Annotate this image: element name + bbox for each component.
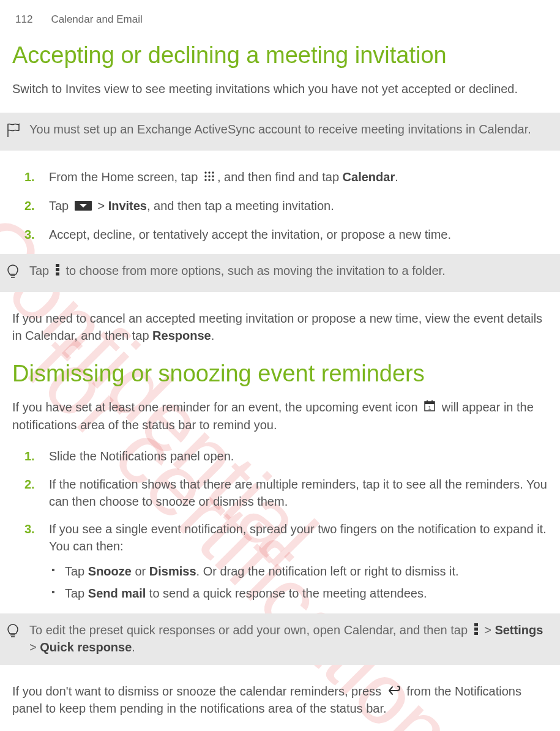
step1-text-d: . [395, 170, 398, 184]
svg-rect-15 [427, 400, 428, 403]
b1-dismiss: Dismiss [149, 564, 196, 578]
dropdown-arrow-icon [75, 198, 92, 216]
step-number: 3. [24, 227, 35, 244]
section1-title: Accepting or declining a meeting invitat… [12, 42, 548, 69]
section2-closing: If you don't want to dismiss or snooze t… [12, 683, 548, 718]
svg-rect-14 [425, 402, 435, 404]
intro2-a: If you have set at least one reminder fo… [12, 400, 421, 414]
back-icon [387, 684, 401, 701]
bullet2: Tap Send mail to send a quick response t… [49, 585, 548, 602]
svg-rect-19 [474, 628, 478, 631]
svg-rect-20 [474, 632, 478, 635]
header-section-title: Calendar and Email [51, 12, 142, 27]
lightbulb-icon [6, 623, 26, 643]
step1-calendar: Calendar [343, 170, 395, 184]
n2-a: To edit the preset quick responses or ad… [29, 623, 471, 637]
section2-step2: 2. If the notification shows that there … [24, 476, 548, 510]
svg-point-2 [212, 172, 214, 174]
svg-rect-12 [56, 272, 59, 276]
calendar-event-icon: 1 [424, 400, 436, 417]
note2-text-a: Tap [29, 264, 53, 277]
section1-step1: 1. From the Home screen, tap , and then … [24, 169, 548, 187]
step2-text-b: > [97, 199, 108, 212]
s2-close-a: If you don't want to dismiss or snooze t… [12, 684, 385, 698]
n2-f: . [132, 640, 135, 654]
tip-note-1-text: Tap to choose from more options, such as… [29, 263, 446, 280]
section2-step1: 1. Slide the Notifications panel open. [24, 448, 548, 465]
svg-point-3 [204, 176, 206, 178]
svg-point-1 [208, 172, 210, 174]
svg-rect-18 [474, 623, 478, 626]
bullet1: Tap Snooze or Dismiss. Or drag the notif… [49, 563, 548, 580]
step2-text-a: Tap [49, 199, 72, 212]
apps-grid-icon [204, 170, 215, 187]
s2-step2-text: If the notification shows that there are… [49, 478, 547, 508]
section1-step2: 2. Tap > Invites, and then tap a meeting… [24, 198, 548, 216]
svg-point-7 [208, 179, 210, 181]
b1-snooze: Snooze [88, 564, 132, 578]
svg-text:1: 1 [428, 405, 431, 411]
step-number: 2. [24, 198, 35, 215]
step2-text-d: , and then tap a meeting invitation. [147, 199, 334, 212]
closing-response: Response [152, 329, 211, 342]
step-number: 2. [24, 476, 35, 493]
section1-closing: If you need to cancel an accepted meetin… [12, 310, 548, 344]
step-number: 1. [24, 448, 35, 465]
prerequisite-note-text: You must set up an Exchange ActiveSync a… [29, 121, 531, 138]
s2-step1-text: Slide the Notifications panel open. [49, 449, 234, 463]
step3-text: Accept, decline, or tentatively accept t… [49, 228, 451, 241]
b2-sendmail: Send mail [88, 587, 146, 600]
svg-rect-11 [56, 268, 59, 271]
step-number: 3. [24, 521, 35, 538]
page-header: 112 Calendar and Email [0, 12, 560, 42]
b1-e: . Or drag the notification left or right… [196, 564, 459, 578]
section1-step3: 3. Accept, decline, or tentatively accep… [24, 227, 548, 244]
svg-point-4 [208, 176, 210, 178]
section2-step3: 3. If you see a single event notificatio… [24, 521, 548, 602]
section1-intro: Switch to Invites view to see meeting in… [12, 81, 548, 98]
section1-steps: 1. From the Home screen, tap , and then … [24, 169, 548, 243]
section2-intro: If you have set at least one reminder fo… [12, 399, 548, 433]
svg-point-8 [212, 179, 214, 181]
svg-rect-16 [431, 400, 433, 403]
note2-text-b: to choose from more options, such as mov… [65, 264, 445, 277]
svg-point-5 [212, 176, 214, 178]
section2-title: Dismissing or snoozing event reminders [12, 361, 548, 388]
b2-a: Tap [65, 587, 88, 600]
svg-rect-10 [56, 264, 59, 267]
n2-settings: Settings [495, 623, 543, 637]
tip-note-2-text: To edit the preset quick responses or ad… [29, 622, 548, 656]
section2-bullets: Tap Snooze or Dismiss. Or drag the notif… [49, 563, 548, 602]
tip-note-2: To edit the preset quick responses or ad… [0, 613, 560, 665]
s2-step3-text: If you see a single event notification, … [49, 522, 547, 553]
n2-qr: Quick response [40, 640, 132, 654]
more-icon [55, 263, 60, 280]
closing-c: . [211, 329, 215, 342]
b1-c: or [132, 564, 149, 578]
step2-invites: Invites [108, 199, 147, 212]
step-number: 1. [24, 169, 35, 186]
more-icon [474, 623, 479, 640]
prerequisite-note: You must set up an Exchange ActiveSync a… [0, 113, 560, 151]
closing-a: If you need to cancel an accepted meetin… [12, 312, 542, 342]
b1-a: Tap [65, 564, 88, 578]
tip-note-1: Tap to choose from more options, such as… [0, 254, 560, 292]
b2-c: to send a quick response to the meeting … [146, 587, 427, 600]
step1-text-b: , and then find and tap [217, 170, 343, 184]
svg-point-0 [204, 172, 206, 174]
lightbulb-icon [6, 264, 26, 283]
flag-icon [6, 122, 26, 142]
n2-d: > [29, 640, 40, 654]
page-number: 112 [15, 12, 32, 27]
step1-text-a: From the Home screen, tap [49, 170, 201, 184]
svg-point-6 [204, 179, 206, 181]
n2-b: > [484, 623, 495, 637]
section2-steps: 1. Slide the Notifications panel open. 2… [24, 448, 548, 602]
